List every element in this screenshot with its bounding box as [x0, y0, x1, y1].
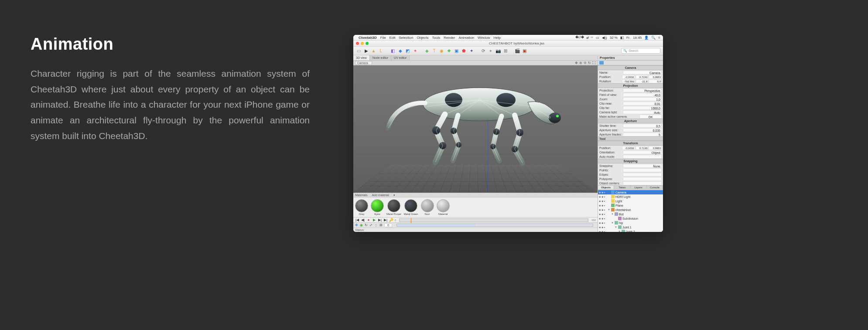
lock-icon[interactable]: ▸: [604, 226, 606, 228]
timeline-next-button[interactable]: ▶|: [378, 218, 382, 222]
visibility-icon[interactable]: ◉: [599, 204, 601, 207]
render-icon[interactable]: ◉: [601, 209, 604, 211]
status-battery-icon[interactable]: ▮▯: [620, 36, 624, 40]
toolbar-icon-19[interactable]: ⌖: [488, 48, 493, 54]
toolbar-icon-7[interactable]: ◩: [405, 48, 410, 54]
lock-icon[interactable]: ▸: [604, 204, 606, 207]
prop-zoom[interactable]: 1,0: [623, 97, 662, 101]
progress-bar[interactable]: [396, 224, 593, 227]
toolbar-icon-11[interactable]: T: [431, 48, 437, 54]
prop-position-value[interactable]: -0,90320,71930,8883: [622, 75, 662, 79]
toolbar-icon-5[interactable]: ◧: [390, 48, 396, 54]
snap-edges[interactable]: [623, 173, 662, 177]
toolbar-icon-23[interactable]: 🎬: [514, 48, 520, 54]
menu-help[interactable]: Help: [494, 36, 501, 40]
objects-tree[interactable]: ◉◉▸Camera◉◉▸HDRI Light◉◉▸Light◉◉▸Plane◉◉…: [598, 190, 663, 232]
render-icon[interactable]: ◉: [601, 226, 604, 228]
disclosure-icon[interactable]: ▼: [618, 230, 621, 232]
material-grey[interactable]: Grey: [355, 199, 368, 215]
toolbar-icon-12[interactable]: ◉: [439, 48, 444, 54]
prop-name-value[interactable]: Camera: [623, 71, 662, 75]
prop-camlight[interactable]: Auto: [623, 110, 662, 114]
lock-icon[interactable]: ▸: [604, 200, 606, 202]
toolbar-icon-15[interactable]: ⬟: [461, 48, 467, 54]
tool-select-icon[interactable]: ◉: [360, 223, 363, 227]
tool-misc-icon[interactable]: ⋮: [374, 223, 378, 227]
tab-node-editor[interactable]: Node editor: [370, 55, 391, 60]
disclosure-icon[interactable]: ▼: [611, 213, 614, 215]
lock-icon[interactable]: ▸: [604, 231, 606, 232]
prop-rotation-value[interactable]: -766,999-21,80,0: [622, 79, 662, 83]
status-dropbox-icon[interactable]: �છ�: [575, 35, 584, 40]
vp-pan-icon[interactable]: ✢: [584, 61, 587, 65]
tool-scale-icon[interactable]: ⤢: [369, 223, 372, 227]
tool-snap-icon[interactable]: ⊞: [379, 223, 383, 227]
status-notif-icon[interactable]: ≡: [658, 36, 660, 40]
tree-item-plane[interactable]: ◉◉▸Plane: [598, 203, 663, 208]
tab-objects[interactable]: Objects: [598, 186, 614, 189]
tab-takes[interactable]: Takes: [614, 186, 630, 189]
tree-item-joint-1[interactable]: ◉◉▸▼Joint.1: [598, 225, 663, 229]
vp-nav-icon[interactable]: ✥: [575, 61, 578, 65]
menu-window[interactable]: Window: [478, 36, 490, 40]
tab-uv-editor[interactable]: UV editor: [391, 55, 410, 60]
toolbar-icon-21[interactable]: ⊞: [502, 48, 508, 54]
frame-field[interactable]: 0: [384, 223, 392, 227]
chevron-down-icon[interactable]: ▾: [393, 194, 395, 197]
visibility-icon[interactable]: ◉: [599, 196, 601, 198]
material-floor[interactable]: floor: [421, 199, 434, 215]
toolbar-icon-10[interactable]: ◈: [424, 48, 430, 54]
render-icon[interactable]: ◉: [601, 218, 604, 220]
visibility-icon[interactable]: ◉: [599, 231, 601, 232]
render-icon[interactable]: ◉: [601, 213, 604, 215]
status-user-icon[interactable]: 👤: [644, 36, 649, 40]
timeline-scrubber[interactable]: [399, 218, 588, 222]
camera-select[interactable]: Camera: [355, 61, 372, 65]
timeline-prev-button[interactable]: ◀|: [361, 218, 365, 222]
lock-icon[interactable]: ▸: [604, 191, 606, 194]
visibility-icon[interactable]: ◉: [599, 191, 601, 194]
menu-app[interactable]: Cheetah3D: [359, 36, 377, 40]
tool-position[interactable]: -0,90320,71930,8883: [622, 146, 662, 150]
render-icon[interactable]: ◉: [601, 200, 604, 202]
menu-render[interactable]: Render: [444, 36, 455, 40]
tree-item-cheetahbot[interactable]: ◉◉▸▼cheetahbot: [598, 208, 663, 212]
menu-tools[interactable]: Tools: [432, 36, 441, 40]
lock-icon[interactable]: ▸: [604, 213, 606, 215]
tool-automode[interactable]: [623, 155, 662, 159]
render-icon[interactable]: ◉: [601, 196, 604, 198]
status-wifi-icon[interactable]: ⌔: [591, 36, 593, 40]
material-material[interactable]: Material: [437, 199, 450, 215]
toolbar-icon-13[interactable]: ❖: [446, 48, 452, 54]
search-input[interactable]: 🔍 Search: [621, 48, 660, 54]
prop-clipnear[interactable]: 0,01: [623, 102, 662, 105]
timeline-record-button[interactable]: ●: [366, 218, 371, 222]
toolbar-icon-18[interactable]: ⟳: [480, 48, 486, 54]
prop-apsize[interactable]: 0,035: [623, 128, 662, 132]
toolbar-icon-6[interactable]: ◆: [397, 48, 403, 54]
tree-item-joint-2[interactable]: ◉◉▸▼Joint.2: [598, 229, 663, 232]
prop-apblades[interactable]: 5: [623, 133, 662, 136]
tool-orientation[interactable]: Object: [623, 150, 662, 154]
snap-polygons[interactable]: [623, 177, 662, 181]
close-button[interactable]: [356, 42, 359, 45]
toolbar-icon-1[interactable]: ▶: [363, 48, 369, 54]
toolbar-icon-16[interactable]: ✦: [468, 48, 474, 54]
toolbar-icon-3[interactable]: L: [378, 48, 384, 54]
toolbar-icon-2[interactable]: ▲: [371, 48, 376, 54]
tool-rotate-icon[interactable]: ↻: [365, 223, 368, 227]
tab-3dview[interactable]: 3D view: [353, 55, 370, 60]
prop-fov[interactable]: 40,0: [623, 93, 662, 97]
toolbar-icon-0[interactable]: ▭: [356, 48, 362, 54]
prop-projection[interactable]: Perspective: [623, 88, 662, 92]
snap-centers[interactable]: [623, 181, 662, 185]
visibility-icon[interactable]: ◉: [599, 213, 601, 215]
status-spotlight-icon[interactable]: 🔍: [651, 36, 656, 40]
menu-objects[interactable]: Objects: [417, 36, 428, 40]
visibility-icon[interactable]: ◉: [599, 218, 601, 220]
timeline-last-button[interactable]: ▶|: [383, 218, 388, 222]
tree-item-camera[interactable]: ◉◉▸Camera: [598, 190, 663, 194]
tree-item-light[interactable]: ◉◉▸Light: [598, 199, 663, 203]
render-icon[interactable]: ◉: [601, 222, 604, 224]
prop-shutter[interactable]: 0,5: [623, 124, 662, 128]
